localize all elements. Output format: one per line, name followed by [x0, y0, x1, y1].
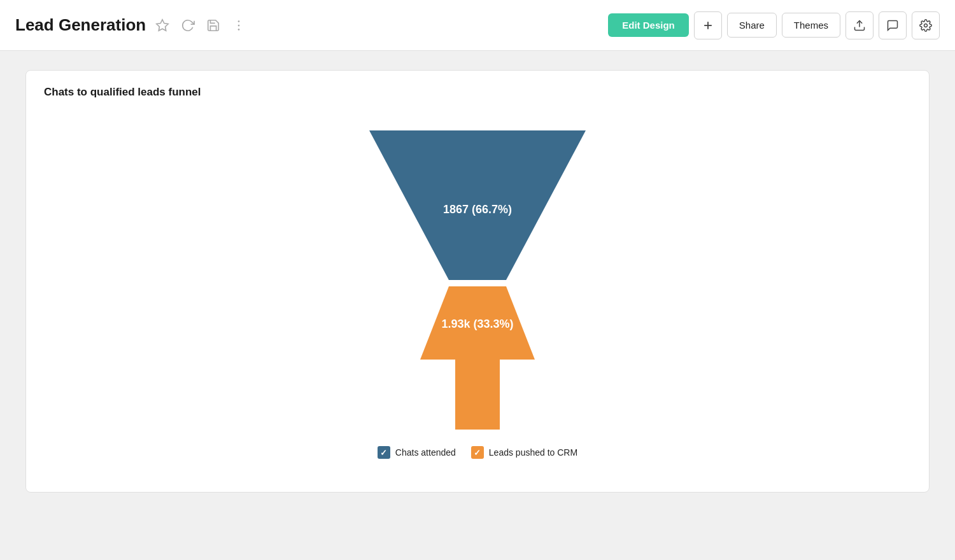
chart-area: 1867 (66.7%) 1.93k (33.3%) ✓ Chats atten… — [44, 111, 911, 472]
legend-item-leads: ✓ Leads pushed to CRM — [471, 446, 577, 459]
legend-item-chats: ✓ Chats attended — [378, 446, 456, 459]
star-icon[interactable] — [153, 17, 171, 34]
legend-label-chats: Chats attended — [395, 447, 456, 458]
themes-button[interactable]: Themes — [782, 13, 840, 38]
share-button[interactable]: Share — [727, 13, 777, 38]
svg-point-1 — [238, 20, 240, 22]
legend-checkbox-chats: ✓ — [378, 446, 390, 459]
page-title: Lead Generation — [15, 15, 146, 35]
svg-point-2 — [238, 24, 240, 26]
header-left: Lead Generation — [15, 15, 608, 35]
legend-label-leads: Leads pushed to CRM — [489, 447, 577, 458]
refresh-icon[interactable] — [179, 17, 197, 34]
svg-text:1.93k (33.3%): 1.93k (33.3%) — [441, 318, 513, 330]
header-right: Edit Design Share Themes — [608, 11, 940, 39]
comment-button[interactable] — [879, 11, 907, 39]
header: Lead Generation — [0, 0, 955, 51]
svg-point-7 — [924, 24, 928, 27]
svg-point-3 — [238, 29, 240, 31]
card-title: Chats to qualified leads funnel — [44, 86, 911, 99]
legend-checkbox-leads: ✓ — [471, 446, 484, 459]
more-options-icon[interactable] — [230, 17, 248, 34]
add-button[interactable] — [694, 11, 722, 39]
svg-marker-0 — [157, 19, 168, 30]
funnel-card: Chats to qualified leads funnel 1867 (66… — [25, 70, 930, 493]
chart-legend: ✓ Chats attended ✓ Leads pushed to CRM — [378, 446, 577, 459]
save-icon[interactable] — [204, 17, 222, 34]
main-content: Chats to qualified leads funnel 1867 (66… — [0, 51, 955, 512]
funnel-chart: 1867 (66.7%) 1.93k (33.3%) — [318, 124, 637, 436]
edit-design-button[interactable]: Edit Design — [608, 13, 689, 37]
settings-button[interactable] — [912, 11, 940, 39]
svg-rect-11 — [455, 360, 500, 430]
export-button[interactable] — [845, 11, 874, 39]
svg-text:1867 (66.7%): 1867 (66.7%) — [443, 203, 512, 216]
